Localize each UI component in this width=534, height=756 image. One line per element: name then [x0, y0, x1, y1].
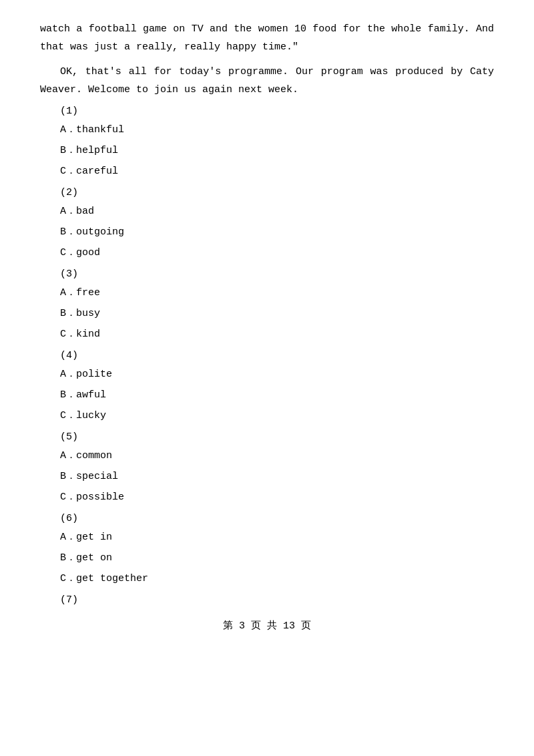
question-3-option-a: A．free — [60, 284, 494, 302]
question-6-option-a: A．get in — [60, 528, 494, 546]
question-2-number: (2) — [60, 187, 494, 198]
question-4-option-b: B．awful — [60, 386, 494, 404]
question-4-option-c: C．lucky — [60, 407, 494, 425]
question-1-number: (1) — [60, 106, 494, 117]
question-4-number: (4) — [60, 350, 494, 361]
question-3-option-b: B．busy — [60, 305, 494, 323]
question-2-option-b: B．outgoing — [60, 223, 494, 241]
question-1-option-a: A．thankful — [60, 121, 494, 139]
paragraph-1-text: watch a football game on TV and the wome… — [40, 23, 494, 53]
page-footer: 第 3 页 共 13 页 — [40, 619, 494, 632]
question-6-option-b: B．get on — [60, 549, 494, 567]
page-content: watch a football game on TV and the wome… — [40, 20, 494, 632]
question-1-option-b: B．helpful — [60, 142, 494, 160]
question-5-number: (5) — [60, 431, 494, 443]
paragraph-2-text: OK, that's all for today's programme. Ou… — [40, 66, 494, 96]
question-4-option-a: A．polite — [60, 365, 494, 383]
question-6-option-c: C．get together — [60, 570, 494, 588]
question-5-option-a: A．common — [60, 447, 494, 465]
question-7-number: (7) — [60, 594, 494, 606]
question-2-option-c: C．good — [60, 244, 494, 262]
question-3-option-c: C．kind — [60, 325, 494, 343]
question-2-option-a: A．bad — [60, 202, 494, 220]
question-6-number: (6) — [60, 513, 494, 524]
paragraph-1: watch a football game on TV and the wome… — [40, 20, 494, 56]
question-5-option-b: B．special — [60, 467, 494, 486]
question-1-option-c: C．careful — [60, 162, 494, 180]
questions-container: (1) A．thankful B．helpful C．careful (2) A… — [40, 106, 494, 606]
question-5-option-c: C．possible — [60, 488, 494, 506]
paragraph-2: OK, that's all for today's programme. Ou… — [40, 63, 494, 99]
question-3-number: (3) — [60, 268, 494, 280]
